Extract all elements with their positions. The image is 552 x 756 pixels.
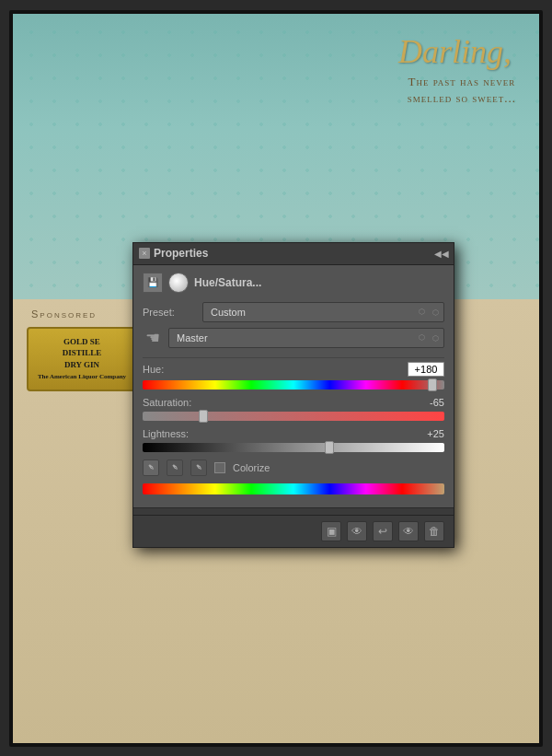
poster-subtext: The past has never smelled so sweet... <box>408 74 516 107</box>
layer-name: Hue/Satura... <box>194 276 261 289</box>
channel-arrow: ⬡ <box>419 333 425 342</box>
layer-row: 💾 Hue/Satura... <box>143 273 444 293</box>
channel-value: Master <box>177 332 208 343</box>
preset-select-wrapper: Custom ⬡ <box>202 302 444 322</box>
gin-line4: The American Liquor Company <box>36 373 128 382</box>
toolbar-delete-button[interactable]: 🗑 <box>424 521 444 541</box>
layer-circle-icon <box>168 273 189 293</box>
toolbar-reset-button[interactable]: ↩ <box>373 521 393 541</box>
hue-slider[interactable] <box>143 380 444 390</box>
saturation-slider[interactable] <box>143 412 444 421</box>
hue-value[interactable]: +180 <box>408 362 444 377</box>
preset-label: Preset: <box>143 307 202 318</box>
gin-line3: DRY GIN <box>36 359 128 371</box>
eyedropper-1-icon: ✒ <box>144 461 156 473</box>
close-button[interactable]: × <box>139 248 150 259</box>
panel-body: 💾 Hue/Satura... Preset: Custom ⬡ ☚ <box>133 265 454 507</box>
saturation-thumb[interactable] <box>199 410 208 423</box>
toolbar-preview-button[interactable]: 👁 <box>398 521 419 541</box>
eyedropper-2-button[interactable]: ✒ <box>167 459 183 476</box>
save-icon: 💾 <box>147 277 158 287</box>
panel-title: Properties <box>154 247 208 260</box>
toolbar-visibility-button[interactable]: 👁 <box>347 521 367 541</box>
panel-toolbar: ▣ 👁 ↩ 👁 🗑 <box>133 515 454 547</box>
panel-title-left: × Properties <box>139 247 208 260</box>
add-layer-icon: ▣ <box>327 525 337 538</box>
lightness-section: Lightness: +25 <box>143 428 444 452</box>
gin-label: GOLD SE DISTILLE DRY GIN The American Li… <box>27 327 137 392</box>
hue-thumb[interactable] <box>428 378 437 391</box>
spectrum-bar <box>143 483 444 494</box>
colorize-checkbox[interactable] <box>214 462 225 473</box>
gin-line2: DISTILLE <box>36 347 128 359</box>
hand-tool-icon: ☚ <box>143 328 163 348</box>
sponsored-label: Sponsored <box>31 308 97 320</box>
saturation-label: Saturation: <box>143 397 191 408</box>
reset-icon: ↩ <box>378 525 387 538</box>
preset-value: Custom <box>211 307 246 318</box>
eye-icon: 👁 <box>351 525 362 538</box>
saturation-section: Saturation: -65 <box>143 397 444 421</box>
lightness-label: Lightness: <box>143 428 189 439</box>
preview-icon: 👁 <box>403 525 414 538</box>
hue-label: Hue: <box>143 364 164 375</box>
colorize-label: Colorize <box>233 462 270 473</box>
hue-header: Hue: +180 <box>143 362 444 377</box>
divider-1 <box>143 357 444 358</box>
properties-panel: × Properties ◀◀ 💾 Hue/Satura... Preset: … <box>132 242 454 548</box>
lightness-header: Lightness: +25 <box>143 428 444 439</box>
poster-headline: Darling, <box>398 32 512 71</box>
gin-line1: GOLD SE <box>36 336 128 348</box>
eyedropper-3-icon: ✒ <box>192 461 204 473</box>
colorize-row: ✒ ✒ ✒ Colorize <box>143 459 444 476</box>
panel-titlebar: × Properties ◀◀ <box>133 243 454 265</box>
preset-row: Preset: Custom ⬡ <box>143 302 444 322</box>
eyedropper-1-button[interactable]: ✒ <box>143 459 159 476</box>
panel-menu-button[interactable]: ◀◀ <box>435 247 448 260</box>
preset-select[interactable]: Custom ⬡ <box>202 302 444 322</box>
app-window: Darling, The past has never smelled so s… <box>9 10 543 747</box>
lightness-slider[interactable] <box>143 443 444 452</box>
eyedropper-3-button[interactable]: ✒ <box>190 459 207 476</box>
saturation-header: Saturation: -65 <box>143 397 444 408</box>
scrollbar-area[interactable] <box>133 507 454 515</box>
hue-section: Hue: +180 <box>143 362 444 390</box>
channel-select-wrapper: Master ⬡ <box>168 328 444 348</box>
saturation-value: -65 <box>408 397 444 408</box>
preset-arrow: ⬡ <box>419 308 425 316</box>
lightness-thumb[interactable] <box>325 441 334 454</box>
trash-icon: 🗑 <box>429 525 440 538</box>
gin-label-text: GOLD SE DISTILLE DRY GIN The American Li… <box>36 336 128 383</box>
channel-row: ☚ Master ⬡ <box>143 328 444 348</box>
lightness-value: +25 <box>408 428 444 439</box>
eyedropper-2-icon: ✒ <box>168 461 180 473</box>
toolbar-add-button[interactable]: ▣ <box>321 521 341 541</box>
channel-select[interactable]: Master ⬡ <box>168 328 444 348</box>
layer-save-icon[interactable]: 💾 <box>143 273 163 293</box>
